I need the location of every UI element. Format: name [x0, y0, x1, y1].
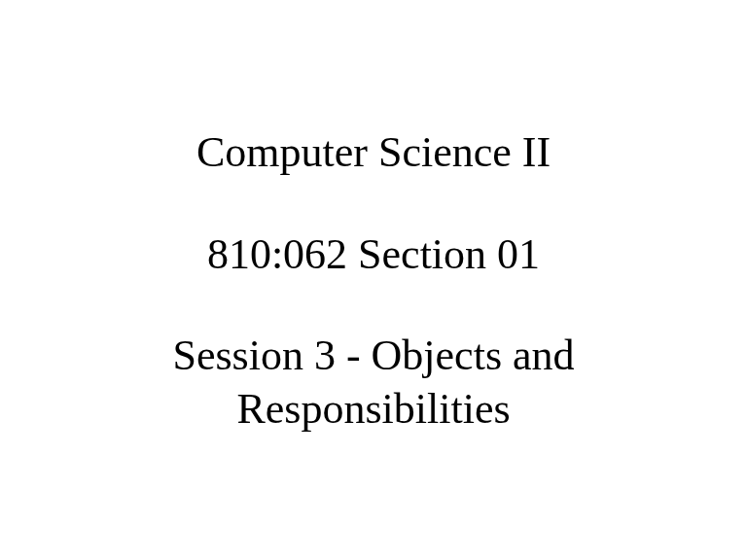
session-title: Session 3 - Objects and Responsibilities — [58, 329, 689, 436]
slide-content: Computer Science II 810:062 Section 01 S… — [0, 124, 747, 436]
course-section: 810:062 Section 01 — [58, 227, 689, 282]
slide-title: Computer Science II — [58, 124, 689, 180]
